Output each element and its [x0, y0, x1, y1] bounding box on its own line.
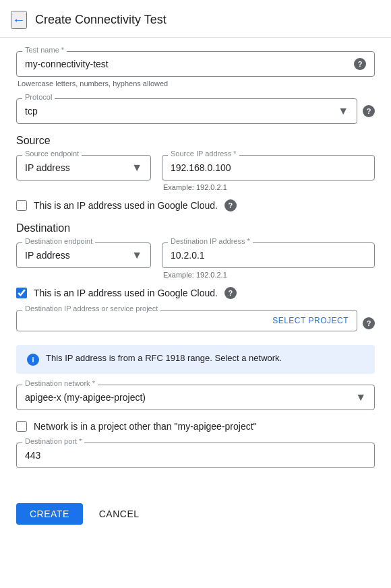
dest-project-field: Destination IP address or service projec…	[16, 310, 357, 331]
destination-section-label: Destination	[16, 222, 375, 234]
dest-ip-input[interactable]	[171, 249, 366, 262]
source-ip-input[interactable]	[171, 161, 366, 174]
dest-google-cloud-row: This is an IP address used in Google Clo…	[16, 287, 375, 299]
protocol-label: Protocol	[22, 93, 55, 101]
dest-endpoint-select-wrapper: IP address VM instance GKE Pod ▼	[25, 249, 142, 262]
dest-endpoint-col: Destination endpoint IP address VM insta…	[16, 242, 151, 279]
test-name-field-group: Test name * ? Lowercase letters, numbers…	[16, 51, 375, 88]
source-section-label: Source	[16, 135, 375, 147]
source-google-cloud-label[interactable]: This is an IP address used in Google Clo…	[34, 200, 218, 211]
dest-network-select[interactable]: apigee-x (my-apigee-project) default	[25, 391, 366, 404]
source-google-cloud-help-icon[interactable]: ?	[224, 199, 237, 211]
source-google-cloud-row: This is an IP address used in Google Clo…	[16, 199, 375, 211]
test-name-help-icon[interactable]: ?	[354, 58, 366, 70]
create-button[interactable]: CREATE	[16, 503, 83, 525]
test-name-label: Test name *	[22, 46, 67, 54]
dest-network-field-group: Destination network * apigee-x (my-apige…	[16, 385, 375, 410]
destination-fields-row: Destination endpoint IP address VM insta…	[16, 242, 375, 279]
dest-network-outlined-field: Destination network * apigee-x (my-apige…	[16, 385, 375, 410]
protocol-select[interactable]: tcp udp icmp	[25, 104, 349, 118]
header: ← Create Connectivity Test	[0, 0, 391, 38]
dest-google-cloud-help-icon[interactable]: ?	[224, 287, 237, 299]
page: ← Create Connectivity Test Test name * ?…	[0, 0, 391, 538]
dest-endpoint-select[interactable]: IP address VM instance GKE Pod	[25, 249, 142, 262]
source-ip-field: Source IP address *	[162, 155, 375, 181]
source-endpoint-col: Source endpoint IP address VM instance G…	[16, 155, 151, 191]
protocol-help-icon[interactable]: ?	[363, 105, 375, 117]
network-other-project-checkbox[interactable]	[16, 421, 27, 432]
dest-project-help-icon[interactable]: ?	[363, 317, 375, 329]
source-endpoint-field: Source endpoint IP address VM instance G…	[16, 155, 151, 181]
protocol-outlined-field: Protocol tcp udp icmp ▼	[16, 98, 357, 124]
dest-ip-col: Destination IP address * Example: 192.0.…	[162, 242, 375, 279]
source-ip-col: Source IP address * Example: 192.0.2.1	[162, 155, 375, 191]
source-endpoint-select-wrapper: IP address VM instance GKE Pod ▼	[25, 161, 142, 174]
source-endpoint-label: Source endpoint	[22, 150, 82, 158]
dest-endpoint-field: Destination endpoint IP address VM insta…	[16, 242, 151, 268]
dest-project-row: Destination IP address or service projec…	[16, 310, 375, 337]
source-endpoint-select[interactable]: IP address VM instance GKE Pod	[25, 161, 142, 174]
select-project-button[interactable]: SELECT PROJECT	[272, 316, 349, 325]
dest-ip-field: Destination IP address *	[162, 242, 375, 268]
network-other-project-label[interactable]: Network is in a project other than "my-a…	[34, 421, 257, 432]
dest-project-label: Destination IP address or service projec…	[22, 304, 160, 313]
cancel-button[interactable]: CANCEL	[88, 503, 150, 525]
info-banner: i This IP address is from a RFC 1918 ran…	[16, 345, 375, 374]
dest-google-cloud-checkbox[interactable]	[16, 288, 27, 298]
dest-endpoint-label: Destination endpoint	[22, 237, 95, 245]
actions-bar: CREATE CANCEL	[0, 492, 391, 538]
info-icon: i	[27, 354, 39, 366]
source-fields-row: Source endpoint IP address VM instance G…	[16, 155, 375, 191]
page-title: Create Connectivity Test	[35, 13, 167, 27]
info-banner-text: This IP address is from a RFC 1918 range…	[46, 353, 282, 363]
dest-port-outlined-field: Destination port *	[16, 443, 375, 468]
network-other-project-row: Network is in a project other than "my-a…	[16, 421, 375, 432]
dest-ip-hint: Example: 192.0.2.1	[162, 271, 375, 279]
test-name-input[interactable]	[25, 57, 354, 71]
dest-port-input[interactable]	[25, 449, 366, 462]
dest-ip-label: Destination IP address *	[168, 237, 253, 245]
back-button[interactable]: ←	[11, 11, 27, 29]
test-name-outlined-field: Test name * ?	[16, 51, 375, 77]
dest-network-select-wrapper: apigee-x (my-apigee-project) default ▼	[25, 391, 366, 404]
dest-network-label: Destination network *	[22, 379, 98, 387]
test-name-hint: Lowercase letters, numbers, hyphens allo…	[16, 79, 375, 88]
source-ip-hint: Example: 192.0.2.1	[162, 183, 375, 191]
dest-port-label: Destination port *	[22, 437, 84, 445]
source-ip-label: Source IP address *	[168, 150, 239, 158]
dest-port-field-group: Destination port *	[16, 443, 375, 468]
protocol-field-group: Protocol tcp udp icmp ▼ ?	[16, 98, 375, 124]
source-google-cloud-checkbox[interactable]	[16, 200, 27, 211]
dest-google-cloud-label[interactable]: This is an IP address used in Google Clo…	[34, 288, 218, 298]
form-content: Test name * ? Lowercase letters, numbers…	[0, 38, 391, 492]
protocol-select-wrapper: tcp udp icmp ▼	[25, 104, 349, 118]
